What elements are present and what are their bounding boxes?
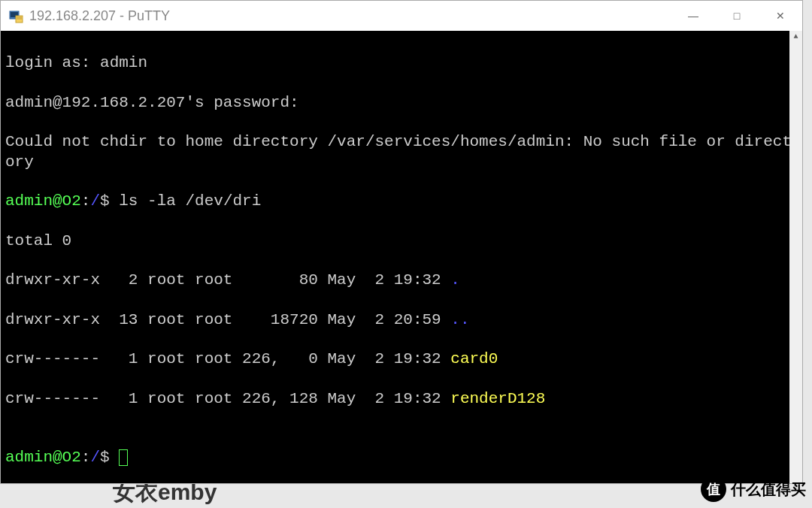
close-button[interactable]: ✕: [759, 1, 802, 31]
ls-row: crw------- 1 root root 226, 0 May 2 19:3…: [5, 349, 798, 369]
ls-row-meta: drwxr-xr-x 2 root root 80 May 2 19:32: [5, 271, 450, 289]
watermark: 值 什么值得买: [701, 476, 806, 502]
window-titlebar[interactable]: 192.168.2.207 - PuTTY — □ ✕: [1, 1, 802, 31]
ls-row: drwxr-xr-x 13 root root 18720 May 2 20:5…: [5, 310, 798, 330]
prompt1-path: /: [90, 192, 100, 210]
minimize-button[interactable]: —: [671, 1, 715, 31]
password-prompt-suffix: 's password:: [185, 94, 298, 111]
ls-row-filename: card0: [450, 350, 498, 367]
ls-row-meta: crw------- 1 root root 226, 128 May 2 19…: [5, 390, 450, 407]
window-title: 192.168.2.207 - PuTTY: [29, 8, 671, 24]
ls-row-meta: crw------- 1 root root 226, 0 May 2 19:3…: [5, 350, 450, 367]
prompt2-user: admin@O2: [5, 449, 81, 466]
watermark-icon: 值: [701, 476, 726, 502]
ls-row: drwxr-xr-x 2 root root 80 May 2 19:32 .: [5, 271, 798, 290]
svg-rect-2: [16, 16, 23, 23]
scrollbar[interactable]: ▲: [789, 31, 802, 483]
window-controls: — □ ✕: [671, 1, 802, 31]
ls-row-meta: drwxr-xr-x 13 root root 18720 May 2 20:5…: [5, 311, 450, 328]
error-line: Could not chdir to home directory /var/s…: [5, 132, 798, 172]
putty-window: 192.168.2.207 - PuTTY — □ ✕ login as: ad…: [0, 0, 803, 484]
total-line: total 0: [5, 231, 798, 251]
password-prompt-user: admin@192.168.2.207: [5, 94, 185, 111]
prompt2-sep: :: [81, 449, 91, 466]
ls-row: crw------- 1 root root 226, 128 May 2 19…: [5, 389, 798, 409]
putty-icon: [8, 8, 23, 23]
ls-row-filename: .: [450, 271, 460, 289]
terminal-cursor: [119, 449, 128, 466]
terminal-area[interactable]: login as: admin admin@192.168.2.207's pa…: [1, 31, 802, 483]
login-user: admin: [100, 54, 147, 71]
ls-row-filename: renderD128: [450, 390, 545, 407]
watermark-text: 什么值得买: [731, 479, 806, 500]
scrollbar-up-icon[interactable]: ▲: [789, 31, 802, 44]
login-prompt: login as:: [5, 54, 100, 71]
prompt1-dollar: $: [100, 192, 119, 210]
maximize-button[interactable]: □: [715, 1, 759, 31]
command1: ls -la /dev/dri: [119, 192, 261, 210]
prompt2-path: /: [90, 449, 100, 466]
prompt1-sep: :: [81, 192, 91, 210]
prompt1-user: admin@O2: [5, 192, 81, 210]
terminal-content: login as: admin admin@192.168.2.207's pa…: [5, 34, 798, 483]
prompt2-dollar: $: [100, 449, 119, 466]
ls-row-filename: ..: [450, 311, 469, 328]
